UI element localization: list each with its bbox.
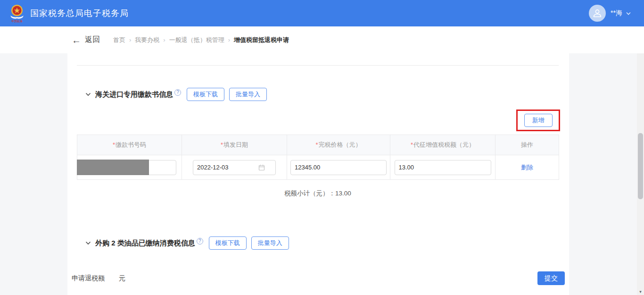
- section-divider: [77, 65, 559, 66]
- delete-row-link[interactable]: 删除: [521, 164, 533, 171]
- vat-amount-cell: [390, 155, 495, 180]
- breadcrumb: 首页 › 我要办税 › 一般退（抵）税管理 › 增值税留抵退税申请: [113, 36, 289, 44]
- main-content-panel: 海关进口专用缴款书信息 ? 模板下载 批量导入 新增 *缴款书号码 *填发日期 …: [67, 53, 569, 295]
- username: **海: [611, 9, 622, 17]
- breadcrumb-item-refund-management[interactable]: 一般退（抵）税管理: [169, 36, 224, 44]
- customs-section-header: 海关进口专用缴款书信息 ? 模板下载 批量导入: [77, 87, 559, 101]
- redaction-overlay: [77, 160, 149, 175]
- column-header-label: 完税价格（元）: [319, 141, 362, 148]
- vat-amount-input[interactable]: [395, 160, 491, 175]
- issue-date-input[interactable]: [193, 164, 245, 171]
- payment-number-cell: [77, 155, 182, 180]
- calendar-icon[interactable]: [258, 164, 265, 171]
- required-mark: *: [113, 141, 115, 148]
- vertical-scrollbar[interactable]: ▾: [637, 53, 644, 295]
- app-title: 国家税务总局电子税务局: [30, 8, 129, 19]
- submit-button[interactable]: 提交: [537, 271, 565, 285]
- tax-subtotal-value: 13.00: [335, 190, 351, 197]
- top-header-bar: 中国税务 国家税务总局电子税务局 **海: [0, 0, 644, 26]
- scroll-down-arrow-icon[interactable]: ▾: [637, 289, 644, 294]
- oil-batch-import-button[interactable]: 批量导入: [251, 236, 289, 250]
- issue-date-cell: [182, 155, 287, 180]
- required-mark: *: [411, 141, 413, 148]
- dutiable-price-cell: [287, 155, 390, 180]
- form-footer: 申请退税额 元 提交: [67, 261, 569, 295]
- person-icon: [592, 8, 603, 18]
- column-header-label: 填发日期: [223, 141, 248, 148]
- page: 中国税务 国家税务总局电子税务局 **海 ← 返回 首页 › 我要办税 ›: [0, 0, 644, 295]
- breadcrumb-item-current-page: 增值税留抵退税申请: [234, 36, 289, 44]
- emblem-icon: [8, 4, 25, 19]
- breadcrumb-separator-icon: ›: [129, 36, 131, 43]
- help-icon[interactable]: ?: [174, 89, 181, 96]
- issue-date-picker[interactable]: [193, 160, 276, 175]
- back-button[interactable]: ← 返回: [72, 35, 100, 45]
- table-header-row: *缴款书号码 *填发日期 *完税价格（元） *代征增值税税额（元） 操作: [77, 135, 559, 155]
- column-header-label: 操作: [521, 141, 533, 148]
- national-emblem-logo: 中国税务: [8, 4, 25, 23]
- help-icon[interactable]: ?: [197, 238, 203, 244]
- column-header-vat-amount: *代征增值税税额（元）: [390, 135, 495, 155]
- back-label: 返回: [85, 35, 100, 45]
- column-header-label: 代征增值税税额（元）: [413, 141, 475, 148]
- column-header-label: 缴款书号码: [116, 141, 146, 148]
- tax-subtotal-label: 税额小计（元）：: [284, 190, 335, 197]
- required-mark: *: [221, 141, 223, 148]
- breadcrumb-separator-icon: ›: [228, 36, 230, 43]
- collapse-chevron-icon[interactable]: [85, 93, 91, 96]
- scrollbar-thumb[interactable]: [638, 133, 643, 199]
- column-header-issue-date: *填发日期: [182, 135, 287, 155]
- table-row: 删除: [77, 155, 559, 180]
- breadcrumb-separator-icon: ›: [163, 36, 165, 43]
- dutiable-price-input[interactable]: [290, 160, 387, 175]
- operation-cell: 删除: [495, 155, 559, 180]
- customs-section-title: 海关进口专用缴款书信息: [95, 90, 173, 99]
- add-new-button[interactable]: 新增: [524, 114, 553, 127]
- column-header-operation: 操作: [495, 135, 559, 155]
- required-mark: *: [315, 141, 318, 148]
- tax-subtotal: 税额小计（元）：13.00: [77, 189, 559, 198]
- customs-payment-table: *缴款书号码 *填发日期 *完税价格（元） *代征增值税税额（元） 操作: [77, 135, 559, 180]
- user-avatar[interactable]: [589, 5, 606, 22]
- back-arrow-icon: ←: [72, 35, 81, 45]
- red-annotation-box: 新增: [516, 110, 560, 131]
- template-download-button[interactable]: 模板下载: [187, 88, 224, 101]
- oil-section-header: 外购 2 类油品已缴纳消费税信息 ? 模板下载 批量导入: [77, 236, 559, 250]
- oil-section-title: 外购 2 类油品已缴纳消费税信息: [95, 239, 195, 248]
- column-header-dutiable-price: *完税价格（元）: [287, 135, 390, 155]
- refund-amount-label: 申请退税额: [72, 274, 105, 283]
- batch-import-button[interactable]: 批量导入: [229, 88, 267, 101]
- breadcrumb-bar: ← 返回 首页 › 我要办税 › 一般退（抵）税管理 › 增值税留抵退税申请: [0, 26, 644, 53]
- logo-caption: 中国税务: [11, 20, 23, 23]
- refund-amount-unit: 元: [119, 274, 125, 283]
- user-menu-chevron-icon[interactable]: [626, 12, 631, 15]
- column-header-payment-number: *缴款书号码: [77, 135, 182, 155]
- breadcrumb-item-home[interactable]: 首页: [113, 36, 125, 44]
- breadcrumb-item-tax-services[interactable]: 我要办税: [135, 36, 159, 44]
- oil-template-download-button[interactable]: 模板下载: [209, 236, 247, 250]
- user-menu[interactable]: **海: [589, 0, 631, 26]
- collapse-chevron-icon[interactable]: [85, 241, 91, 245]
